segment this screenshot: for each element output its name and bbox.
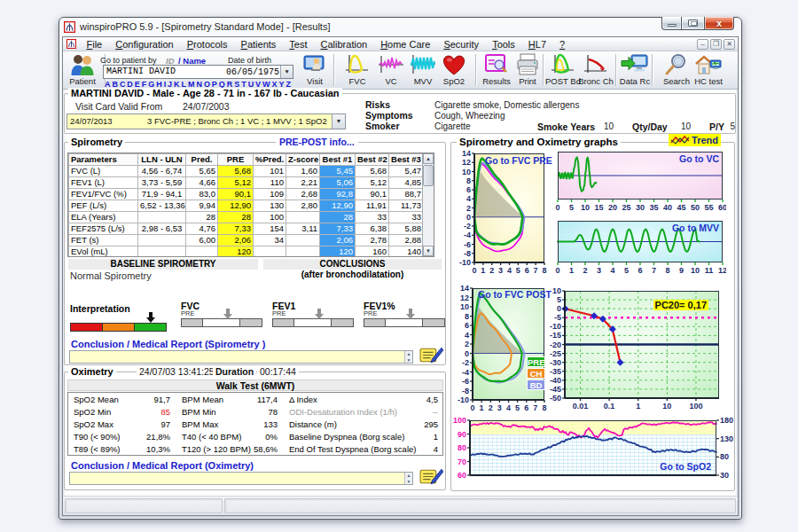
fvcpre-chart[interactable]: 01234567814121086420-2-4-6-8-10Go to FVC…: [457, 146, 554, 276]
oxi-edit-report-icon[interactable]: [419, 467, 443, 486]
svg-text:-2: -2: [462, 358, 469, 367]
table-header-row: ParametersLLN - ULNPred.PRE%Pred.Z-score…: [69, 154, 424, 166]
hc-test-button[interactable]: HC test: [690, 52, 727, 89]
table-cell: 2,06: [320, 235, 356, 246]
patient-button[interactable]: Patient: [63, 52, 102, 89]
menu--[interactable]: ?: [553, 38, 572, 51]
svg-text:10: 10: [462, 168, 471, 176]
table-cell: 110: [254, 177, 286, 189]
spo2trend-chart[interactable]: 100908070601801308030Go to SpO2: [452, 417, 738, 479]
table-cell: 5,68: [356, 166, 389, 177]
table-row[interactable]: FET (s)6,002,06342,062,782,88: [69, 235, 424, 246]
svg-text:-40: -40: [550, 376, 561, 385]
mvv-button[interactable]: MVV: [407, 52, 439, 89]
svg-text:8: 8: [542, 266, 546, 275]
column-header-lln-uln[interactable]: LLN - ULN: [138, 154, 186, 166]
table-cell: 109: [254, 189, 286, 200]
menu-configuration[interactable]: Configuration: [109, 38, 180, 51]
legend-item-bd: BD: [527, 379, 545, 390]
column-header-pre[interactable]: PRE: [218, 154, 254, 166]
vc-button[interactable]: VC: [376, 52, 406, 89]
vc-chart[interactable]: 051015202530354045505560Go to VC: [549, 145, 726, 212]
spiro-edit-report-icon[interactable]: [419, 346, 443, 364]
menu-patients[interactable]: Patients: [234, 38, 283, 51]
column-header--pred-[interactable]: %Pred.: [254, 154, 286, 166]
table-row[interactable]: FVC (L)4,56 - 6,745,655,681011,605,455,6…: [69, 166, 424, 177]
go-to-mvv-link[interactable]: Go to MVV: [672, 223, 719, 233]
spirometry-table[interactable]: ParametersLLN - ULNPred.PRE%Pred.Z-score…: [67, 153, 434, 257]
go-to-spo2-link[interactable]: Go to SpO2: [660, 461, 711, 472]
scroll-down-button[interactable]: ▼: [423, 246, 434, 256]
scroll-up-button[interactable]: ▲: [423, 153, 434, 164]
severity-arrow-icon: [223, 309, 232, 319]
maximize-button[interactable]: [682, 17, 704, 30]
table-row[interactable]: PEF (L/s)6,52 - 13,369,9412,901302,8012,…: [69, 200, 424, 212]
go-to-fvc-pre-link[interactable]: Go to FVC PRE: [485, 155, 552, 166]
fvc-button[interactable]: FVC: [341, 52, 373, 89]
mdi-close-button[interactable]: ✕: [724, 39, 735, 50]
patient-name-input[interactable]: MARTINI DAVID 06/05/1975 ▼: [103, 65, 293, 79]
app-icon: [64, 21, 75, 33]
menu-security[interactable]: Security: [437, 38, 486, 51]
svg-text:5: 5: [569, 203, 574, 212]
svg-text:0: 0: [466, 213, 471, 222]
pc20-chart[interactable]: 0.010.11101001050-5-10-15-20-25-30-35-40…: [545, 284, 737, 411]
table-row[interactable]: EVol (mL)120120160140: [69, 246, 424, 258]
mdi-restore-button[interactable]: ❐: [710, 39, 722, 50]
close-button[interactable]: x: [704, 17, 734, 30]
go-to-fvc-post-link[interactable]: Go to FVC POST: [478, 289, 552, 300]
visit-button[interactable]: Visit: [297, 52, 332, 89]
menu-file[interactable]: File: [80, 38, 109, 51]
title-bar[interactable]: winspiroPRO 5.9 - [Spirometry Standard M…: [59, 18, 741, 36]
data-rc-button[interactable]: Data Rc: [615, 52, 654, 89]
menu-hl7[interactable]: HL7: [521, 38, 552, 51]
mdi-minimize-button[interactable]: –: [697, 39, 708, 50]
bronc-ch-button[interactable]: Bronc Ch: [573, 52, 619, 89]
prepost-info-link[interactable]: PRE-POST info...: [276, 137, 358, 147]
spiro-conclusion-scrollbar[interactable]: ▲▼: [404, 351, 412, 363]
svg-text:30: 30: [720, 471, 729, 479]
results-button[interactable]: Results: [478, 52, 515, 89]
column-header-best-#2[interactable]: Best #2: [356, 154, 389, 166]
spo2-button[interactable]: SpO2: [438, 52, 470, 89]
stat-value: 117,4: [242, 394, 278, 406]
table-cell: 28: [218, 212, 254, 223]
column-header-best-#3[interactable]: Best #3: [389, 154, 424, 166]
table-row[interactable]: ELA (Years)2828100283333: [69, 212, 424, 223]
menu-calibration[interactable]: Calibration: [314, 38, 374, 51]
print-button[interactable]: Print: [511, 52, 544, 89]
menu-tools[interactable]: Tools: [486, 38, 522, 51]
go-to-vc-link[interactable]: Go to VC: [679, 153, 719, 164]
scroll-thumb[interactable]: [423, 165, 434, 186]
menu-protocols[interactable]: Protocols: [180, 38, 234, 51]
table-row[interactable]: FEV1 (L)3,73 - 5,594,665,121102,215,065,…: [69, 177, 424, 189]
stat-label: T89 (< 89%): [74, 443, 121, 456]
oxi-conclusion-textarea[interactable]: ▲▼: [69, 472, 413, 485]
svg-text:30: 30: [636, 203, 645, 212]
table-cell: 6,38: [356, 223, 389, 235]
svg-text:-10: -10: [458, 395, 469, 404]
table-row[interactable]: FEV1/FVC (%)71,9 - 94,183,090,11092,6892…: [69, 189, 424, 200]
table-row[interactable]: FEF2575 (L/s)2,98 - 6,534,767,331543,117…: [69, 223, 424, 235]
spiro-conclusion-link[interactable]: Conclusion / Medical Report (Spirometry …: [71, 339, 265, 349]
mvv-chart[interactable]: 0123456789101112Go to MVV: [549, 214, 726, 275]
minimize-button[interactable]: [661, 17, 682, 30]
column-header-pred-[interactable]: Pred.: [186, 154, 218, 166]
patient-dropdown-button[interactable]: ▼: [280, 66, 293, 78]
oxi-conclusion-scrollbar[interactable]: ▲▼: [404, 473, 412, 484]
oxi-conclusion-link[interactable]: Conclusion / Medical Report (Oximetry): [71, 460, 254, 471]
column-header-z-score[interactable]: Z-score: [286, 154, 320, 166]
visit-dropdown-button[interactable]: ▼: [332, 114, 345, 129]
stat-value: 133: [242, 419, 278, 431]
document-icon[interactable]: [66, 39, 76, 49]
stat-value: 1: [398, 431, 438, 443]
spiro-conclusion-textarea[interactable]: ▲▼: [69, 350, 413, 364]
visit-select[interactable]: 24/07/2013 3 FVC-PRE ; Bronc Ch ; 1 VC ;…: [66, 113, 346, 129]
column-header-best-#1[interactable]: Best #1: [320, 154, 356, 166]
menu-test[interactable]: Test: [283, 38, 314, 51]
menu-home-care[interactable]: Home Care: [374, 38, 437, 51]
column-header-parameters[interactable]: Parameters: [69, 154, 138, 166]
svg-text:1: 1: [480, 403, 484, 412]
fvcpost-chart[interactable]: 01234567814121086420-2-4-6-8-10Go to FVC…: [455, 281, 557, 412]
table-scrollbar[interactable]: ▲ ▼: [422, 153, 434, 256]
